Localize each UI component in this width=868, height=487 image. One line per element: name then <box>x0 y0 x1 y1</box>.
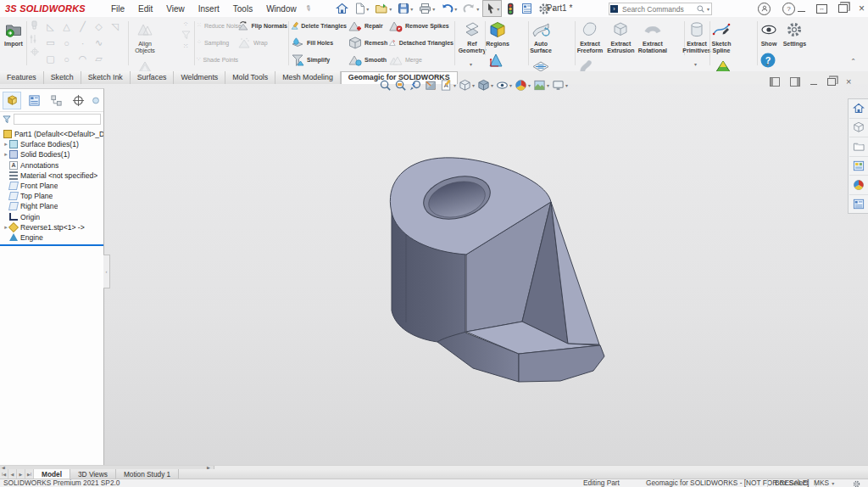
tree-filter-input[interactable] <box>14 114 101 125</box>
menu-tools[interactable]: Tools <box>226 1 259 17</box>
minimize-icon[interactable] <box>798 11 805 12</box>
menu-insert[interactable]: Insert <box>192 1 226 17</box>
undo-button[interactable]: ▾ <box>438 0 459 17</box>
tree-item-origin[interactable]: Origin <box>0 212 103 222</box>
status-tag-button[interactable] <box>853 480 860 487</box>
ribbon-collapse-icon[interactable]: ⌃ <box>850 58 856 65</box>
tree-item-part1[interactable]: Part1 (Default<<Default>_Display Stat <box>0 129 103 139</box>
chevron-down-icon[interactable]: ▾ <box>707 6 709 12</box>
pin-menu-icon[interactable]: ✎ <box>303 3 314 14</box>
tree-item-right-plane[interactable]: Right Plane <box>0 201 103 211</box>
extract-primitives-button[interactable]: Extract Primitives <box>686 17 708 54</box>
menu-file[interactable]: File <box>104 1 131 17</box>
chevron-down-icon[interactable]: ▾ <box>491 82 493 88</box>
tab-sketch-ink[interactable]: Sketch Ink <box>81 71 131 84</box>
sketch-spline-button[interactable]: Sketch Spline <box>711 17 732 54</box>
print-button[interactable]: ▾ <box>416 0 437 17</box>
chevron-down-icon[interactable]: ▾ <box>410 6 413 12</box>
chevron-down-icon[interactable]: ▾ <box>528 82 531 88</box>
dimxpert-manager-tab[interactable] <box>69 92 87 109</box>
solidworks-resources-button[interactable] <box>849 119 868 138</box>
feature-tree-tab[interactable] <box>3 92 21 109</box>
extract-extrusion-button[interactable]: Extract Extrusion <box>607 17 634 54</box>
detached-triangles-button[interactable]: Detached Triangles <box>389 34 453 51</box>
file-properties-button[interactable] <box>519 0 535 17</box>
extract-rotational-button[interactable]: Extract Rotational <box>638 17 667 54</box>
chevron-down-icon[interactable]: ▾ <box>497 6 499 12</box>
settings-button[interactable]: Settings <box>782 17 806 48</box>
simplify-button[interactable]: Simplify <box>291 51 347 68</box>
search-input[interactable] <box>620 4 696 14</box>
restore-icon[interactable] <box>838 4 848 13</box>
tree-item-engine[interactable]: Engine <box>0 232 103 243</box>
file-explorer-button[interactable] <box>849 157 868 176</box>
fullscreen-icon[interactable]: ↔ <box>816 4 827 14</box>
tree-item-front-plane[interactable]: Front Plane <box>0 181 103 191</box>
menu-edit[interactable]: Edit <box>131 1 159 17</box>
show-button[interactable]: Show <box>759 17 779 48</box>
chevron-down-icon[interactable]: ▾ <box>832 481 834 486</box>
smooth-button[interactable]: Smooth <box>348 51 388 68</box>
section-view-button[interactable] <box>425 79 437 92</box>
search-commands-box[interactable]: › ▾ <box>609 3 712 15</box>
tab-mold-tools[interactable]: Mold Tools <box>225 71 275 84</box>
design-library-button[interactable] <box>849 137 868 157</box>
tab-mesh-modeling[interactable]: Mesh Modeling <box>275 71 341 84</box>
chevron-down-icon[interactable]: ▾ <box>454 6 457 12</box>
previous-view-button[interactable] <box>409 79 422 92</box>
new-document-button[interactable]: ▾ <box>352 0 371 17</box>
first-tab-icon[interactable]: I◀ <box>0 469 8 479</box>
panel-collapse-handle[interactable]: ‹ <box>103 255 110 288</box>
chevron-down-icon[interactable]: ▾ <box>389 6 392 12</box>
chevron-down-icon[interactable]: ▾ <box>472 82 475 88</box>
delete-triangles-button[interactable]: Delete Triangles <box>291 17 347 34</box>
graphics-area[interactable]: Z Y X <box>0 84 868 465</box>
configuration-manager-tab[interactable] <box>47 92 65 109</box>
status-units[interactable]: MKS ▾ <box>814 479 834 487</box>
tab-weldments[interactable]: Weldments <box>174 71 225 84</box>
tree-item-material[interactable]: Material <not specified> <box>0 171 103 181</box>
view-settings-button[interactable]: ▾ <box>552 79 568 92</box>
help-icon[interactable]: ? <box>782 3 795 15</box>
remove-spikes-button[interactable]: Remove Spikes <box>389 17 453 34</box>
tree-item-surface-bodies[interactable]: ▸ Surface Bodies(1) <box>0 139 103 149</box>
chevron-down-icon[interactable]: ▾ <box>453 82 456 88</box>
tab-surfaces[interactable]: Surfaces <box>131 71 175 84</box>
expand-arrow-icon[interactable]: ▸ <box>3 151 9 158</box>
annotation-views-button[interactable]: A ▾ <box>440 79 456 92</box>
next-tab-icon[interactable]: ▶ <box>17 469 25 479</box>
view-orientation-button[interactable]: ▾ <box>459 79 475 92</box>
chevron-down-icon[interactable]: ▾ <box>509 82 512 88</box>
extract-freeform-button[interactable]: Extract Freeform <box>576 17 604 54</box>
tab-model[interactable]: Model <box>34 469 70 479</box>
open-button[interactable]: ▾ <box>372 0 394 17</box>
zoom-to-fit-button[interactable] <box>379 79 392 92</box>
close-icon[interactable]: × <box>859 3 865 14</box>
tree-item-solid-bodies[interactable]: ▸ Solid Bodies(1) <box>0 149 103 160</box>
tab-features[interactable]: Features <box>0 71 44 84</box>
tab-sketch[interactable]: Sketch <box>44 71 81 84</box>
menu-view[interactable]: View <box>159 1 192 17</box>
property-manager-tab[interactable] <box>25 92 43 109</box>
chevron-down-icon[interactable]: ▾ <box>432 6 435 12</box>
doc-close-icon[interactable]: × <box>846 77 851 87</box>
chevron-down-icon[interactable]: ▾ <box>766 61 769 67</box>
chevron-down-icon[interactable]: ▾ <box>470 61 472 67</box>
appearances-button[interactable] <box>849 176 868 195</box>
chevron-down-icon[interactable]: ▾ <box>565 82 568 88</box>
flip-normals-button[interactable]: Flip Normals <box>238 17 287 34</box>
import-button[interactable]: Import <box>2 17 25 48</box>
chevron-down-icon[interactable]: ▾ <box>694 61 697 67</box>
rollback-bar[interactable] <box>0 244 103 246</box>
doc-minimize-icon[interactable] <box>810 84 817 85</box>
regions-button[interactable]: Regions <box>487 17 509 48</box>
chevron-down-icon[interactable]: ▾ <box>366 6 369 12</box>
tree-item-top-plane[interactable]: Top Plane <box>0 191 103 201</box>
tab-3d-views[interactable]: 3D Views <box>70 469 116 479</box>
last-tab-icon[interactable]: ▶I <box>25 469 34 479</box>
zoom-to-area-button[interactable] <box>394 79 407 92</box>
home-tab-button[interactable] <box>849 99 868 119</box>
apply-scene-button[interactable]: ▾ <box>533 79 549 92</box>
fill-holes-button[interactable]: Fill Holes <box>291 34 347 51</box>
remesh-button[interactable]: Remesh <box>348 34 388 51</box>
